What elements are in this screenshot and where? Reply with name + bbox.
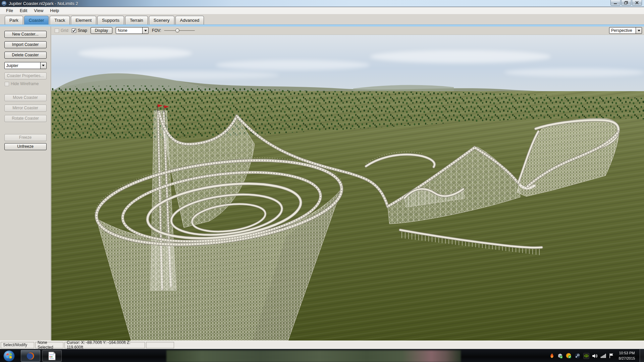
menu-edit[interactable]: Edit	[16, 7, 31, 14]
minimize-icon	[613, 1, 618, 4]
display-mode-value: None	[116, 28, 142, 33]
freeze-button[interactable]: Freeze	[4, 134, 47, 141]
tab-park[interactable]: Park	[5, 16, 23, 24]
menu-view[interactable]: View	[31, 7, 47, 14]
tab-bar: Park Coaster Track Element Supports Terr…	[0, 14, 644, 26]
rotate-coaster-button[interactable]: Rotate Coaster	[4, 115, 47, 122]
viewport-3d-scene[interactable]	[51, 35, 644, 341]
status-cursor-coordinates: Cursor: X: -88.700ft Y: -164.000ft Z: 11…	[64, 342, 145, 348]
status-selection: None Selected	[35, 342, 63, 348]
close-button[interactable]	[632, 0, 642, 6]
fov-slider-groove	[164, 30, 195, 31]
hide-wireframe-label: Hide Wireframe	[11, 81, 39, 86]
system-tray	[549, 349, 614, 362]
steam-icon[interactable]	[575, 353, 580, 359]
status-mode: Select/Modify	[1, 342, 34, 348]
viewport-toolbar: Grid Snap Display None FOV: Perspective	[51, 26, 644, 35]
window-title: Jupiter Coaster.nl2park - NoLimits 2	[9, 1, 78, 6]
restore-button[interactable]	[621, 0, 631, 6]
taskbar-nolimits-editor-button[interactable]	[42, 350, 62, 362]
move-coaster-button[interactable]: Move Coaster	[4, 94, 47, 101]
nvidia-icon[interactable]	[583, 353, 589, 359]
coaster-properties-button[interactable]: Coaster Properties...	[4, 72, 47, 79]
display-mode-dropdown[interactable]: None	[116, 27, 149, 34]
start-button[interactable]	[2, 349, 16, 362]
minimize-button[interactable]	[610, 0, 621, 6]
tab-supports[interactable]: Supports	[97, 16, 124, 24]
wallpaper-peek	[166, 350, 461, 362]
snap-label: Snap	[78, 28, 87, 33]
unfreeze-button[interactable]: Unfreeze	[4, 143, 47, 150]
coaster-select-value: Juipter	[5, 63, 40, 68]
menu-bar: File Edit View Help	[0, 7, 644, 14]
nolimits-editor-icon	[48, 352, 56, 360]
3d-scene-canvas	[51, 35, 644, 341]
delete-coaster-button[interactable]: Delete Coaster	[4, 52, 47, 59]
clock-time: 10:53 PM	[615, 350, 639, 356]
camera-mode-value: Perspective	[609, 28, 636, 33]
tab-advanced[interactable]: Advanced	[175, 16, 204, 24]
app-icon	[1, 1, 7, 6]
fov-slider[interactable]	[164, 28, 195, 33]
tab-scenery[interactable]: Scenery	[149, 16, 174, 24]
network-icon[interactable]	[601, 354, 606, 358]
menu-file[interactable]: File	[3, 7, 16, 14]
new-coaster-button[interactable]: New Coaster...	[4, 31, 47, 38]
show-desktop-button[interactable]	[640, 349, 644, 362]
fov-slider-handle[interactable]	[175, 28, 179, 33]
coaster-sidebar: New Coaster... Import Coaster Delete Coa…	[0, 26, 51, 341]
clock-date: 8/27/2015	[615, 356, 639, 361]
hide-wireframe-checkbox[interactable]	[5, 82, 9, 86]
chevron-down-icon[interactable]	[142, 27, 148, 34]
taskbar-clock[interactable]: 10:53 PM 8/27/2015	[615, 350, 639, 361]
status-bar: Select/Modify None Selected Cursor: X: -…	[0, 341, 644, 349]
camera-mode-dropdown[interactable]: Perspective	[609, 27, 642, 34]
fov-label: FOV:	[152, 28, 161, 33]
volume-icon[interactable]	[592, 354, 598, 358]
display-button[interactable]: Display	[91, 27, 112, 34]
status-empty-segment	[146, 342, 174, 348]
tab-track[interactable]: Track	[50, 16, 70, 24]
windows-start-icon	[3, 350, 15, 362]
tab-terrain[interactable]: Terrain	[125, 16, 148, 24]
menu-help[interactable]: Help	[47, 7, 62, 14]
mirror-coaster-button[interactable]: Mirror Coaster	[4, 105, 47, 112]
action-center-flag-icon[interactable]	[609, 353, 614, 358]
chevron-down-icon[interactable]	[636, 27, 642, 34]
checkmark-icon	[72, 29, 76, 33]
taskbar: 10:53 PM 8/27/2015	[0, 349, 644, 362]
coaster-select-dropdown[interactable]: Juipter	[4, 62, 47, 69]
restore-icon	[624, 1, 628, 4]
close-icon	[635, 1, 639, 4]
antivirus-shield-icon[interactable]	[566, 353, 572, 359]
flame-icon[interactable]	[549, 353, 554, 359]
taskbar-firefox-button[interactable]	[21, 350, 40, 362]
sync-box-icon[interactable]	[557, 353, 563, 359]
tab-element[interactable]: Element	[71, 16, 96, 24]
grid-checkbox[interactable]	[55, 28, 59, 33]
chevron-down-icon[interactable]	[40, 62, 46, 69]
snap-checkbox[interactable]	[72, 28, 76, 33]
main-area: New Coaster... Import Coaster Delete Coa…	[0, 26, 644, 341]
grid-label: Grid	[61, 28, 68, 33]
firefox-icon	[26, 352, 35, 360]
tab-coaster[interactable]: Coaster	[24, 16, 49, 24]
title-bar: Jupiter Coaster.nl2park - NoLimits 2	[0, 0, 644, 7]
import-coaster-button[interactable]: Import Coaster	[4, 41, 47, 48]
hide-wireframe-checkbox-row[interactable]: Hide Wireframe	[5, 81, 51, 86]
